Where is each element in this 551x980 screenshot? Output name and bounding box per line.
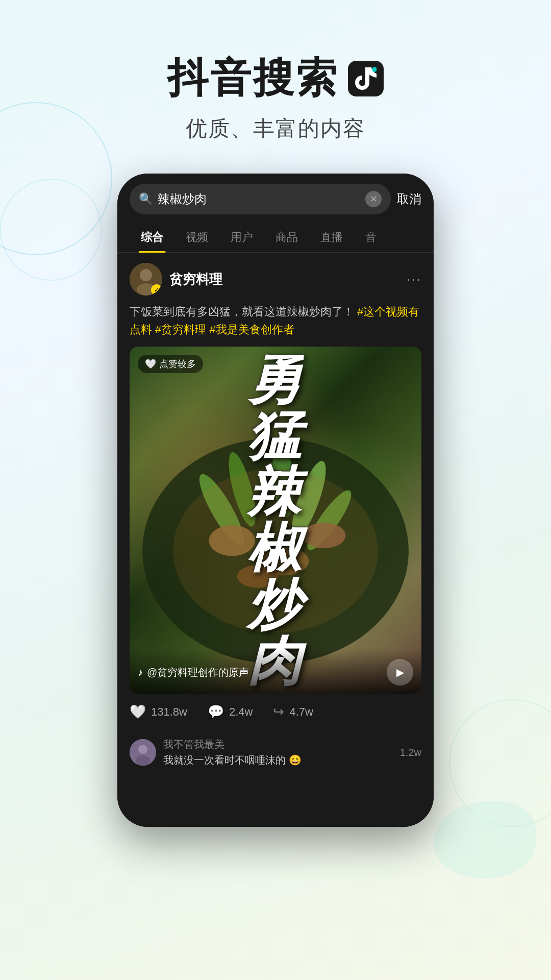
tab-用户[interactable]: 用户 <box>219 223 264 252</box>
tab-视频[interactable]: 视频 <box>174 223 219 252</box>
avatar[interactable]: ✓ <box>130 263 162 296</box>
comments-count: 2.4w <box>229 705 253 719</box>
tab-商品[interactable]: 商品 <box>264 223 309 252</box>
comment-text: 我就没一次看时不咽唾沫的 😄 <box>163 753 393 767</box>
likes-count: 131.8w <box>151 705 187 719</box>
video-thumbnail[interactable]: 🤍 点赞较多 勇猛辣椒炒肉 ♪ @贫穷料理创作的原声 <box>130 347 421 694</box>
shares-stat[interactable]: ↪ 4.7w <box>273 704 313 720</box>
svg-point-17 <box>136 755 150 766</box>
likes-stat[interactable]: 🤍 131.8w <box>130 704 187 720</box>
comment-avatar <box>130 739 156 766</box>
phone-screen: 🔍 辣椒炒肉 ✕ 取消 综合 视频 用户 商品 <box>117 174 434 827</box>
verified-badge: ✓ <box>151 284 162 296</box>
content-area: ✓ 贫穷料理 ··· 下饭菜到底有多凶猛，就看这道辣椒炒肉了！ #这个视频有点料… <box>117 253 434 777</box>
tab-bar: 综合 视频 用户 商品 直播 音 <box>117 223 434 253</box>
sound-text[interactable]: @贫穷料理创作的原声 <box>147 666 249 679</box>
clear-button[interactable]: ✕ <box>365 191 382 207</box>
search-input-wrap[interactable]: 🔍 辣椒炒肉 ✕ <box>130 184 391 214</box>
stats-row: 🤍 131.8w 💬 2.4w ↪ 4.7w <box>130 694 421 728</box>
comment-stat-icon: 💬 <box>208 704 224 720</box>
app-title: 抖音搜索 <box>0 51 551 106</box>
video-bottom-bar: ♪ @贫穷料理创作的原声 ▶ <box>130 649 421 694</box>
search-input[interactable]: 辣椒炒肉 <box>158 191 360 207</box>
tiktok-small-icon: ♪ <box>138 667 143 678</box>
video-overlay-title: 勇猛辣椒炒肉 <box>232 352 319 690</box>
comments-stat[interactable]: 💬 2.4w <box>208 704 253 720</box>
svg-point-16 <box>138 745 147 754</box>
comment-author: 我不管我最美 <box>163 738 393 751</box>
sound-info: ♪ @贫穷料理创作的原声 <box>138 666 249 679</box>
play-button[interactable]: ▶ <box>387 659 413 685</box>
title-text: 抖音搜索 <box>167 51 339 106</box>
user-card: ✓ 贫穷料理 ··· <box>130 263 421 296</box>
tab-综合[interactable]: 综合 <box>130 223 174 252</box>
comment-likes: 1.2w <box>400 747 421 758</box>
desc-normal-text: 下饭菜到底有多凶猛，就看这道辣椒炒肉了！ <box>130 305 354 318</box>
tab-直播[interactable]: 直播 <box>309 223 354 252</box>
video-title-overlay: 勇猛辣椒炒肉 <box>130 347 421 694</box>
tab-音[interactable]: 音 <box>354 223 388 252</box>
post-description: 下饭菜到底有多凶猛，就看这道辣椒炒肉了！ #这个视频有点料 #贫穷料理 #我是美… <box>130 303 421 338</box>
search-icon: 🔍 <box>139 192 153 206</box>
search-bar: 🔍 辣椒炒肉 ✕ 取消 <box>117 174 434 223</box>
tiktok-logo-icon <box>348 61 384 96</box>
phone-body: 🔍 辣椒炒肉 ✕ 取消 综合 视频 用户 商品 <box>117 174 434 827</box>
phone-mockup: 🔍 辣椒炒肉 ✕ 取消 综合 视频 用户 商品 <box>0 174 551 827</box>
subtitle: 优质、丰富的内容 <box>0 114 551 143</box>
heart-stat-icon: 🤍 <box>130 704 146 720</box>
cancel-button[interactable]: 取消 <box>397 191 421 207</box>
shares-count: 4.7w <box>289 705 313 719</box>
share-stat-icon: ↪ <box>273 704 284 720</box>
comment-preview: 我不管我最美 我就没一次看时不咽唾沫的 😄 1.2w <box>130 728 421 767</box>
username-label[interactable]: 贫穷料理 <box>169 271 222 288</box>
svg-point-2 <box>140 269 152 281</box>
more-options-button[interactable]: ··· <box>407 271 421 287</box>
user-info: ✓ 贫穷料理 <box>130 263 222 296</box>
comment-content: 我不管我最美 我就没一次看时不咽唾沫的 😄 <box>163 738 393 767</box>
header: 抖音搜索 优质、丰富的内容 <box>0 0 551 163</box>
